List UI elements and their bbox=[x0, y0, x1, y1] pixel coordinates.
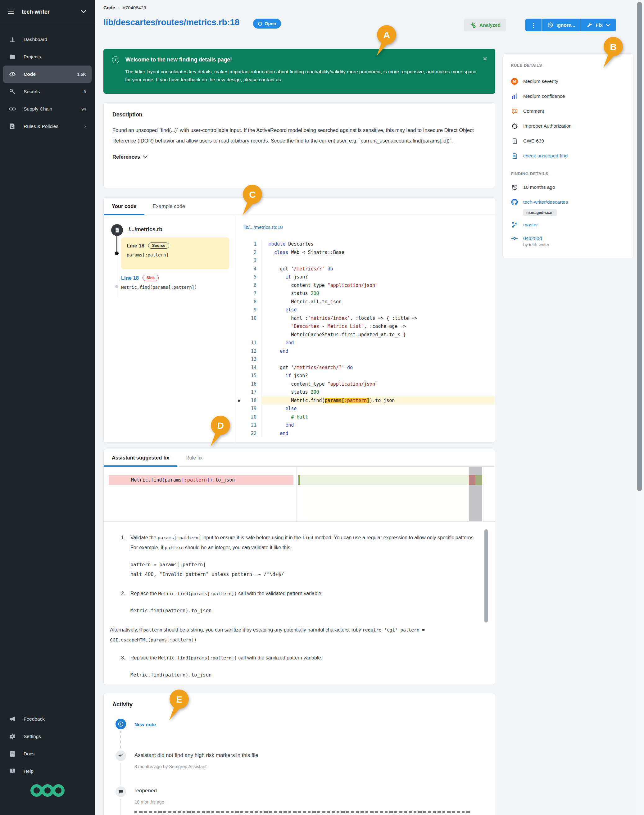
managed-scan-badge: managed-scan bbox=[523, 209, 557, 216]
code-token: Descartes bbox=[285, 241, 313, 247]
fix-button[interactable]: Fix bbox=[581, 18, 616, 31]
line-content: class Web < Sinatra::Base bbox=[261, 248, 495, 257]
tab-your-code[interactable]: Your code bbox=[104, 198, 144, 215]
code-token bbox=[268, 323, 291, 329]
sink-line-label[interactable]: Line 18 bbox=[121, 275, 139, 281]
code-token: json? bbox=[291, 373, 308, 378]
line-content bbox=[261, 256, 495, 265]
dashboard-icon bbox=[9, 36, 16, 43]
branch-link[interactable]: master bbox=[523, 222, 538, 228]
analyzed-button[interactable]: Analyzed bbox=[464, 18, 506, 31]
rule-search-icon bbox=[511, 152, 518, 159]
chevron-down-icon[interactable] bbox=[80, 8, 87, 15]
commit-link[interactable]: 04d250d bbox=[523, 236, 542, 241]
line-number: 21 bbox=[234, 421, 261, 429]
inline-code: find bbox=[302, 535, 313, 540]
branch-row[interactable]: master bbox=[511, 218, 626, 231]
org-switcher[interactable]: tech-writer bbox=[0, 0, 95, 24]
sidebar-item-projects[interactable]: Projects bbox=[3, 48, 92, 66]
status-badge[interactable]: Open bbox=[253, 18, 281, 29]
sidebar-item-supply-chain[interactable]: Supply Chain 94 bbox=[3, 100, 92, 118]
hamburger-menu-icon[interactable] bbox=[8, 8, 15, 15]
new-note-button[interactable]: New note bbox=[135, 722, 156, 728]
line-content: haml :'metrics/index', :locals => { :tit… bbox=[261, 314, 495, 323]
page-title[interactable]: lib/descartes/routes/metrics.rb:18 bbox=[103, 17, 239, 27]
sidebar-item-code[interactable]: Code 1.5K bbox=[3, 66, 92, 83]
source-tag: Source bbox=[148, 242, 169, 249]
breadcrumb-code[interactable]: Code bbox=[103, 5, 115, 10]
category-label: Comment bbox=[523, 108, 544, 114]
text-segment: Replace the bbox=[130, 655, 158, 660]
more-actions-button[interactable]: ⋮ bbox=[525, 18, 541, 31]
commit-author: by tech-writer bbox=[523, 242, 626, 247]
sidebar-item-label: Settings bbox=[24, 734, 86, 739]
fix-code-block: Metric.find(pattern).to_json bbox=[130, 606, 478, 616]
fix-panel-scrollbar[interactable] bbox=[485, 529, 488, 622]
inline-code: params[:pattern] bbox=[158, 535, 201, 540]
help-icon: ? bbox=[9, 768, 16, 775]
code-token: MetricCacheStatus.first.updated_at.to_s … bbox=[268, 332, 406, 337]
ignore-button[interactable]: Ignore... bbox=[542, 18, 581, 31]
references-label: References bbox=[112, 154, 140, 160]
sidebar-item-dashboard[interactable]: Dashboard bbox=[3, 31, 92, 48]
feedback-icon bbox=[9, 715, 16, 723]
cwe-label: CWE-639 bbox=[523, 138, 544, 144]
code-token: end bbox=[285, 340, 294, 346]
trace-sink-dot bbox=[115, 285, 118, 288]
banner-title: Welcome to the new finding details page! bbox=[126, 57, 232, 63]
code-token bbox=[268, 307, 285, 313]
code-token: # halt bbox=[291, 414, 308, 420]
sidebar-item-secrets[interactable]: Secrets 8 bbox=[3, 83, 92, 100]
repo-link[interactable]: tech-writer/descartes bbox=[523, 199, 568, 205]
rule-link-row[interactable]: check-unscoped-find bbox=[511, 149, 626, 163]
code-token: json? bbox=[291, 274, 308, 280]
sidebar-item-badge: 8 bbox=[84, 89, 86, 94]
git-branch-icon bbox=[511, 221, 518, 228]
sidebar-item-rules-policies[interactable]: Rules & Policies › bbox=[3, 118, 92, 135]
sidebar-item-feedback[interactable]: Feedback bbox=[3, 710, 92, 728]
rule-link-label[interactable]: check-unscoped-find bbox=[523, 153, 567, 159]
activity-event-title: reopened bbox=[135, 788, 157, 794]
diff-overview-ruler[interactable] bbox=[469, 467, 482, 521]
activity-event-meta: 8 months ago by Semgrep Assistant bbox=[135, 764, 207, 769]
code-viewer-file-link[interactable]: lib/.../metrics.rb:18 bbox=[244, 224, 283, 230]
severity-row: M Medium severity bbox=[511, 74, 626, 89]
supply-chain-icon bbox=[9, 105, 16, 113]
sidebar-item-settings[interactable]: Settings bbox=[3, 728, 92, 745]
sidebar-item-docs[interactable]: Docs bbox=[3, 745, 92, 763]
fix-step-1: 1. Validate the params[:pattern] input t… bbox=[121, 533, 475, 553]
sidebar-item-label: Projects bbox=[24, 54, 78, 60]
line-number: 9 bbox=[234, 306, 261, 314]
tab-example-code[interactable]: Example code bbox=[144, 198, 193, 215]
code-token: ).to_json bbox=[370, 398, 395, 403]
breadcrumb-finding-id: #70408429 bbox=[123, 5, 146, 10]
code-token: ] bbox=[367, 398, 370, 403]
text-segment: Replace the bbox=[130, 591, 158, 596]
code-line: 4 get '/metrics/?' do bbox=[234, 265, 495, 273]
page-scrollbar-thumb[interactable] bbox=[637, 2, 642, 491]
inline-code: pattern bbox=[164, 545, 184, 550]
close-icon[interactable]: ✕ bbox=[483, 55, 487, 62]
line-number: 4 bbox=[234, 265, 261, 273]
line-content: if json? bbox=[261, 372, 495, 380]
no-entry-icon bbox=[547, 22, 554, 28]
trace-connector bbox=[117, 255, 117, 285]
repo-row[interactable]: tech-writer/descartes bbox=[511, 195, 626, 210]
code-line: 5 if json? bbox=[234, 273, 495, 281]
trace-step-source[interactable]: Line 18 Source params[:pattern] bbox=[121, 237, 229, 269]
sidebar-item-label: Docs bbox=[24, 751, 86, 757]
code-token: Metric.all.to_json bbox=[268, 299, 342, 305]
tab-assistant-fix[interactable]: Assistant suggested fix bbox=[104, 449, 177, 466]
line-content: content_type "application/json" bbox=[261, 281, 495, 290]
ignore-label: Ignore... bbox=[557, 22, 575, 28]
tab-rule-fix[interactable]: Rule fix bbox=[177, 449, 210, 466]
new-note-icon[interactable] bbox=[115, 719, 126, 729]
code-tabs: Your code Example code bbox=[104, 198, 495, 215]
sidebar-item-help[interactable]: ? Help bbox=[3, 763, 92, 780]
trace-step-sink[interactable]: Line 18 Sink Metric.find(params[:pattern… bbox=[121, 275, 197, 290]
activity-event-meta: 10 months ago bbox=[135, 800, 164, 804]
sidebar-item-label: Code bbox=[24, 71, 69, 77]
fix-card: Assistant suggested fix Rule fix Metric.… bbox=[103, 449, 495, 685]
line-number: 10 bbox=[234, 314, 261, 323]
references-toggle[interactable]: References bbox=[112, 154, 486, 160]
